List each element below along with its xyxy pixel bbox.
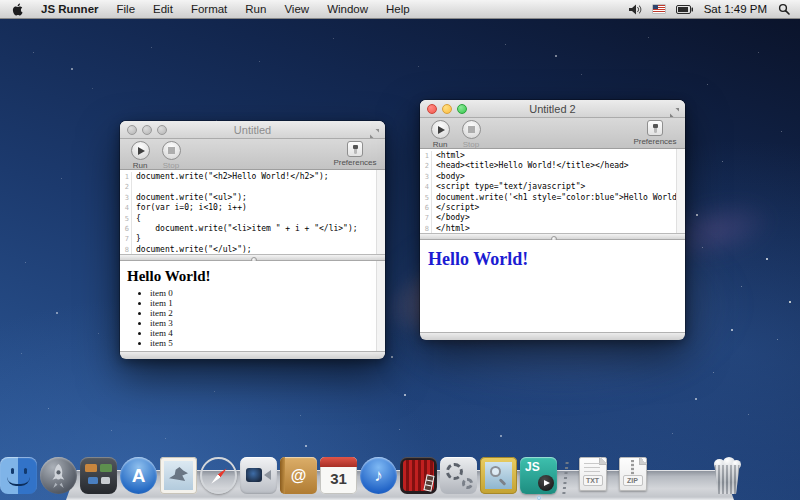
mail-icon[interactable] — [160, 457, 197, 494]
window-title: Untitled 2 — [529, 103, 575, 115]
menu-window[interactable]: Window — [318, 0, 377, 19]
titlebar[interactable]: Untitled — [120, 121, 385, 139]
code-line: 8document.write("</ul>"); — [120, 245, 385, 255]
run-button[interactable]: Run — [423, 120, 457, 149]
gear-icon — [446, 463, 463, 480]
titlebar[interactable]: Untitled 2 — [420, 100, 685, 118]
output-list: item 0 item 1 item 2 item 3 item 4 item … — [150, 288, 385, 348]
music-note-glyph: ♪ — [374, 466, 383, 486]
scrollbar[interactable] — [676, 149, 685, 233]
zip-file-icon[interactable]: ZIP — [614, 457, 651, 494]
preferences-icon — [347, 141, 363, 157]
close-button[interactable] — [427, 104, 437, 114]
input-language-flag-icon[interactable] — [653, 5, 665, 13]
zoom-button[interactable] — [457, 104, 467, 114]
code-line: 5document.write('<h1 style="color:blue">… — [420, 193, 685, 203]
stop-button[interactable]: Stop — [454, 120, 488, 149]
ical-icon[interactable]: 31 — [320, 457, 357, 494]
safari-icon[interactable] — [200, 457, 237, 494]
app-store-glyph: A — [132, 465, 146, 487]
output-pane: Hello World! item 0 item 1 item 2 item 3… — [120, 261, 385, 351]
code-line: 7} — [120, 234, 385, 244]
code-line: 2<head><title>Hello World!</title></head… — [420, 161, 685, 171]
play-icon — [438, 126, 445, 134]
menu-clock[interactable]: Sat 1:49 PM — [704, 3, 767, 15]
code-line: 3<body> — [420, 172, 685, 182]
list-item: item 3 — [150, 318, 385, 328]
zip-label: ZIP — [623, 475, 643, 486]
preview-icon[interactable] — [480, 457, 517, 494]
fullscreen-icon[interactable] — [669, 104, 680, 115]
js-runner-icon[interactable]: JS — [520, 457, 557, 494]
scrollbar[interactable] — [376, 170, 385, 254]
launchpad-icon[interactable] — [40, 457, 77, 494]
preferences-button[interactable]: Preferences — [329, 141, 381, 167]
code-line: 6 document.write("<li>item " + i + "</li… — [120, 224, 385, 234]
output-pane: Hello World! — [420, 240, 685, 332]
preferences-label: Preferences — [329, 158, 381, 167]
menu-file[interactable]: File — [108, 0, 145, 19]
spotlight-icon[interactable] — [778, 3, 790, 15]
photo-booth-icon[interactable] — [400, 457, 437, 494]
txt-label: TXT — [583, 475, 603, 486]
run-button[interactable]: Run — [123, 141, 157, 170]
dock-separator — [560, 460, 571, 494]
zoom-button[interactable] — [157, 125, 167, 135]
magnifier-icon — [490, 466, 501, 477]
list-item: item 5 — [150, 338, 385, 348]
system-preferences-icon[interactable] — [440, 457, 477, 494]
volume-icon[interactable] — [629, 4, 642, 15]
list-item: item 0 — [150, 288, 385, 298]
running-indicator — [537, 496, 541, 500]
code-line: 7</body> — [420, 213, 685, 223]
txt-file-icon[interactable]: TXT — [574, 457, 611, 494]
address-book-icon[interactable]: @ — [280, 457, 317, 494]
toolbar: Run Stop Preferences — [420, 118, 685, 149]
list-item: item 1 — [150, 298, 385, 308]
facetime-icon[interactable] — [240, 457, 277, 494]
minimize-button[interactable] — [442, 104, 452, 114]
menu-app-name[interactable]: JS Runner — [32, 0, 108, 19]
calendar-day: 31 — [320, 470, 357, 487]
apple-menu[interactable] — [0, 3, 32, 16]
scrollbar[interactable] — [376, 261, 385, 351]
js-glyph: JS — [525, 460, 540, 474]
itunes-icon[interactable]: ♪ — [360, 457, 397, 494]
preferences-label: Preferences — [629, 137, 681, 146]
minimize-button[interactable] — [142, 125, 152, 135]
code-line: 6</script> — [420, 203, 685, 213]
play-icon — [544, 480, 550, 486]
menu-format[interactable]: Format — [182, 0, 236, 19]
dock: A @ 31 ♪ JS — [0, 448, 800, 500]
close-button[interactable] — [127, 125, 137, 135]
stop-button[interactable]: Stop — [154, 141, 188, 170]
app-store-icon[interactable]: A — [120, 457, 157, 494]
preferences-button[interactable]: Preferences — [629, 120, 681, 146]
stop-icon — [168, 147, 175, 154]
menu-view[interactable]: View — [275, 0, 318, 19]
code-line: 4for(var i=0; i<10; i++) — [120, 203, 385, 213]
stop-label: Stop — [154, 161, 188, 170]
trash-icon[interactable] — [710, 458, 744, 494]
code-line: 5{ — [120, 214, 385, 224]
at-glyph: @ — [291, 467, 307, 485]
code-editor[interactable]: 1<html> 2<head><title>Hello World!</titl… — [420, 149, 685, 234]
code-line: 8</html> — [420, 224, 685, 234]
mission-control-icon[interactable] — [80, 457, 117, 494]
stop-label: Stop — [454, 140, 488, 149]
code-line: 2 — [120, 182, 385, 192]
battery-icon[interactable] — [676, 5, 693, 14]
menu-run[interactable]: Run — [236, 0, 275, 19]
list-item: item 2 — [150, 308, 385, 318]
code-editor[interactable]: 1document.write("<h2>Hello World!</h2>")… — [120, 170, 385, 255]
menu-help[interactable]: Help — [377, 0, 419, 19]
code-line: 4<script type="text/javascript"> — [420, 182, 685, 192]
fullscreen-icon[interactable] — [369, 125, 380, 136]
output-heading: Hello World! — [127, 268, 385, 285]
finder-icon[interactable] — [0, 457, 37, 494]
code-line: 1document.write("<h2>Hello World!</h2>")… — [120, 172, 385, 182]
window-bottom-bar — [120, 351, 385, 359]
window-title: Untitled — [234, 124, 271, 136]
toolbar: Run Stop Preferences — [120, 139, 385, 170]
menu-edit[interactable]: Edit — [144, 0, 182, 19]
